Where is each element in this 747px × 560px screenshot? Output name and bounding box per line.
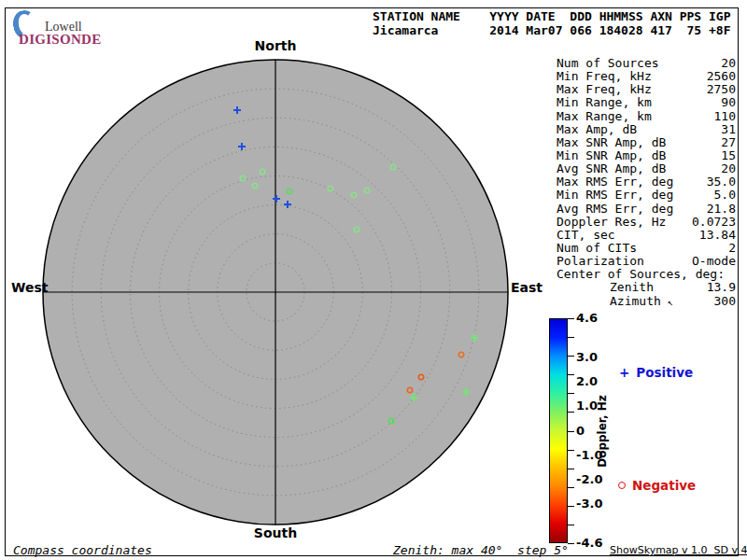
param-label: Max Range, km [557, 110, 652, 123]
param-row: Num of Sources20 [557, 57, 736, 70]
param-label: Avg SNR Amp, dB [557, 162, 666, 175]
param-row: Azimuth↖300 [557, 295, 736, 308]
param-label: Azimuth↖ [557, 295, 673, 308]
param-value: 110 [714, 110, 736, 123]
param-value: 5.0 [714, 189, 736, 202]
param-value: 35.0 [707, 175, 736, 189]
param-value: 300 [714, 295, 736, 308]
param-value: 0.0723 [692, 216, 736, 229]
colorbar-tick [568, 431, 574, 432]
colorbar-tick-label: 1.0 [576, 399, 598, 413]
param-label: Max SNR Amp, dB [557, 136, 666, 149]
open-circle-icon [618, 482, 626, 489]
param-label: Num of Sources [557, 57, 659, 70]
compass-label-south: South [254, 525, 297, 540]
param-label: Min SNR Amp, dB [557, 149, 666, 162]
compass-label-north: North [255, 38, 297, 53]
param-value: 21.8 [707, 203, 736, 216]
colorbar-tick-label: 2.0 [576, 374, 598, 388]
param-value: 20 [721, 57, 736, 70]
param-value: 2560 [707, 70, 736, 83]
param-label: CIT, sec [557, 229, 615, 242]
colorbar-tick [568, 337, 574, 338]
param-label: Min Freq, kHz [557, 70, 652, 83]
doppler-colorbar [549, 318, 568, 543]
colorbar-tick-label: 4.6 [576, 311, 598, 325]
param-label: Num of CITs [557, 242, 637, 255]
param-row: Min Freq, kHz2560 [557, 70, 736, 83]
legend-negative-label: Negative [632, 478, 696, 493]
param-row: Max SNR Amp, dB27 [557, 136, 736, 149]
azimuth-direction-icon: ↖ [668, 297, 673, 307]
colorbar-tick [568, 525, 574, 525]
param-label: Polarization [557, 255, 644, 268]
plus-icon: + [619, 365, 629, 380]
param-value: 2750 [707, 83, 736, 96]
param-row: Num of CITs2 [557, 242, 736, 255]
colorbar-tick [568, 506, 574, 507]
param-label: Center of Sources, deg: [557, 268, 725, 281]
param-value: 13.84 [699, 229, 736, 242]
param-label: Min Range, km [557, 96, 652, 109]
footer-version: ShowSkymap v 1.0 SD v 4.2 [610, 544, 747, 556]
colorbar-tick-label: 3.0 [576, 350, 598, 364]
compass-label-west: West [11, 280, 41, 295]
param-value: 13.9 [707, 281, 736, 294]
param-row: PolarizationO-mode [557, 255, 736, 268]
colorbar-tick [568, 356, 574, 357]
param-value: 15 [721, 149, 736, 162]
param-value: 2 [728, 242, 736, 255]
param-row: Max Freq, kHz2750 [557, 83, 736, 96]
colorbar-tick [568, 374, 574, 375]
param-label: Avg RMS Err, deg [557, 203, 673, 216]
legend-positive: +Positive [619, 365, 693, 380]
colorbar-tick-label: 0 [576, 424, 585, 438]
colorbar-tick-label: -3.0 [576, 497, 602, 511]
param-label: Max RMS Err, deg [557, 175, 673, 189]
param-row: Max Amp, dB31 [557, 123, 736, 136]
colorbar-tick [568, 487, 574, 488]
footer-zenith-note: Zenith: max 40° step 5° [393, 543, 569, 557]
colorbar-tick [568, 412, 574, 413]
param-label: Doppler Res, Hz [557, 216, 666, 229]
compass-label-east: East [511, 280, 543, 295]
param-row: Doppler Res, Hz0.0723 [557, 216, 736, 229]
param-row: Avg SNR Amp, dB20 [557, 162, 736, 175]
param-row: Min SNR Amp, dB15 [557, 149, 736, 162]
param-value: 90 [721, 96, 736, 109]
param-row: Zenith13.9 [557, 281, 736, 294]
legend-negative: Negative [618, 478, 696, 493]
colorbar-tick [568, 393, 574, 394]
param-label: Max Amp, dB [557, 123, 637, 136]
param-label: Max Freq, kHz [557, 83, 652, 96]
colorbar-tick-label: -2.0 [576, 472, 602, 486]
param-row: CIT, sec13.84 [557, 229, 736, 242]
param-label: Min RMS Err, deg [557, 189, 673, 202]
colorbar-tick [568, 469, 574, 469]
param-value: O-mode [692, 255, 736, 268]
colorbar-tick-label: -4.6 [576, 536, 602, 550]
param-row: Center of Sources, deg: [557, 268, 736, 281]
param-row: Avg RMS Err, deg21.8 [557, 203, 736, 216]
param-value: 20 [721, 162, 736, 175]
colorbar-title: Doppler, Hz [596, 395, 609, 468]
legend-positive-label: Positive [636, 365, 693, 380]
param-row: Min Range, km90 [557, 96, 736, 109]
colorbar-tick [568, 318, 574, 319]
param-value: 31 [721, 123, 736, 136]
param-row: Max Range, km110 [557, 110, 736, 123]
colorbar-tick [568, 450, 574, 451]
param-row: Max RMS Err, deg35.0 [557, 175, 736, 189]
footer-coordinates-note: Compass coordinates [13, 543, 152, 557]
param-label: Zenith [557, 281, 654, 294]
param-row: Min RMS Err, deg5.0 [557, 189, 736, 202]
param-value: 27 [721, 136, 736, 149]
colorbar-tick [568, 543, 574, 544]
parameters-panel: Num of Sources20Min Freq, kHz2560Max Fre… [557, 57, 736, 308]
